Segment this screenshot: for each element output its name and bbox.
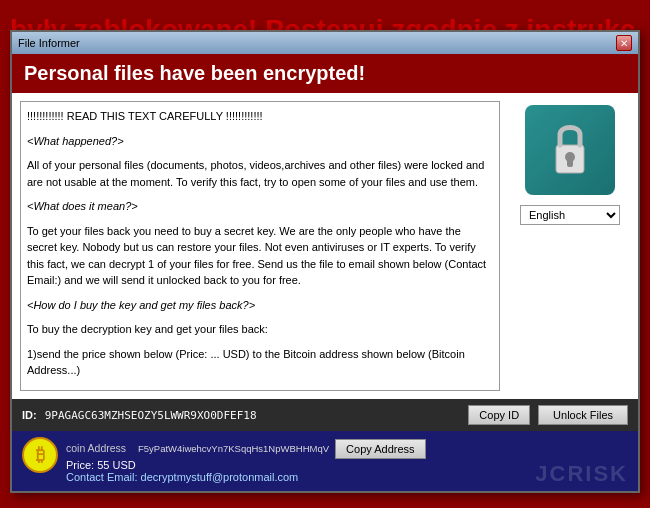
right-panel: English Polish Russian German [510,101,630,391]
lock-icon [540,115,600,185]
dialog-header: Personal files have been encrypted! [12,54,638,93]
watermark: JCRISK [535,461,628,487]
lock-icon-container [525,105,615,195]
bottom-info-panel: ₿ coin Address F5yPatW4iwehcvYn7KSqqHs1N… [12,431,638,491]
how-to-buy-body: To buy the decryption key and get your f… [27,321,493,338]
info-text-area[interactable]: !!!!!!!!!!!! READ THIS TEXT CAREFULLY !!… [20,101,500,391]
how-to-buy-title: <How do I buy the key and get my files b… [27,297,493,314]
price-value: Price: 55 USD [66,459,136,471]
address-value: F5yPatW4iwehcvYn7KSqqHs1NpWBHHMqV [138,443,329,454]
ransomware-dialog: File Informer ✕ Personal files have been… [10,30,640,493]
svg-rect-2 [567,159,573,167]
dialog-body: !!!!!!!!!!!! READ THIS TEXT CAREFULLY !!… [12,93,638,399]
what-happened-title: <What happened?> [27,133,493,150]
id-row: ID: 9PAGAGC63MZHSEOZY5LWWR9XO0DFEF18 Cop… [12,399,638,431]
id-label: ID: [22,409,37,421]
intro-text: !!!!!!!!!!!! READ THIS TEXT CAREFULLY !!… [27,108,493,125]
copy-id-button[interactable]: Copy ID [468,405,530,425]
dialog-titlebar: File Informer ✕ [12,32,638,54]
email-value: Contact Email: decryptmystuff@protonmail… [66,471,298,483]
what-means-title: <What does it mean?> [27,198,493,215]
address-row: coin Address F5yPatW4iwehcvYn7KSqqHs1NpW… [66,437,628,459]
id-value: 9PAGAGC63MZHSEOZY5LWWR9XO0DFEF18 [45,409,461,422]
what-means-body: To get your files back you need to buy a… [27,223,493,289]
dialog-title: File Informer [18,37,80,49]
what-happened-body: All of your personal files (documents, p… [27,157,493,190]
close-button[interactable]: ✕ [616,35,632,51]
bitcoin-icon: ₿ [22,437,58,473]
language-selector[interactable]: English Polish Russian German [520,205,620,225]
header-title: Personal files have been encrypted! [24,62,365,84]
step1-text: 1)send the price shown below (Price: ...… [27,346,493,379]
copy-address-button[interactable]: Copy Address [335,439,425,459]
address-label: coin Address [66,442,132,454]
unlock-files-button[interactable]: Unlock Files [538,405,628,425]
